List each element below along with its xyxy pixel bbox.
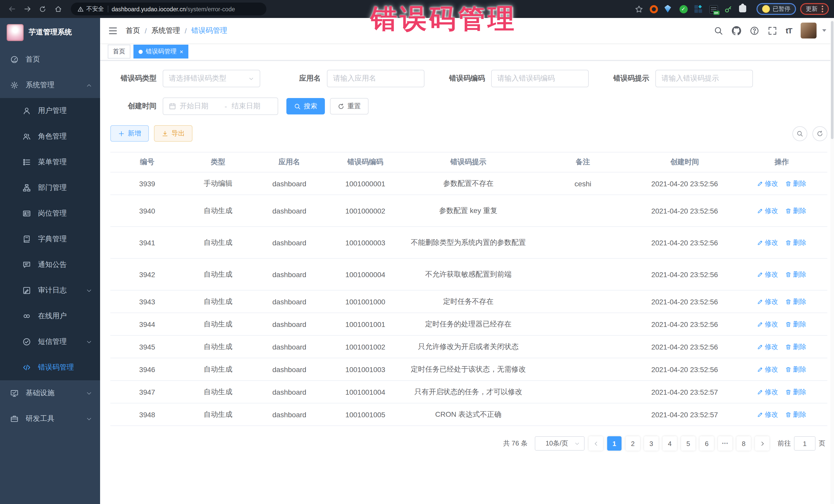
green-check-extension-icon[interactable]: ✓	[679, 5, 687, 13]
browser-reload-icon[interactable]	[36, 2, 49, 16]
add-button[interactable]: 新增	[110, 125, 149, 141]
delete-link[interactable]: 删除	[785, 387, 806, 396]
sidebar-item-user[interactable]: 用户管理	[0, 98, 100, 124]
more-pages-button[interactable]: •••	[718, 436, 732, 451]
goto-page-input[interactable]: 1	[794, 436, 815, 451]
delete-link[interactable]: 删除	[785, 365, 806, 374]
sidebar-toggle-icon[interactable]	[108, 25, 118, 36]
cell-type: 自动生成	[184, 226, 252, 258]
tag-item[interactable]: 首页	[108, 45, 130, 59]
search-button[interactable]: 搜索	[286, 98, 325, 114]
page-button-8[interactable]: 8	[737, 436, 751, 451]
page-scrollbar[interactable]	[830, 18, 834, 504]
page-button-1[interactable]: 1	[607, 436, 621, 451]
page-size-select[interactable]: 10条/页	[535, 436, 585, 451]
browser-profile-chip[interactable]: 已暂停	[756, 3, 796, 15]
sidebar-item-id-card[interactable]: 岗位管理	[0, 201, 100, 226]
blue-gem-extension-icon[interactable]	[664, 5, 673, 13]
sidebar-item-online-users[interactable]: 在线用户	[0, 303, 100, 329]
prev-page-button[interactable]	[589, 436, 603, 451]
sidebar-item-sms[interactable]: 短信管理	[0, 329, 100, 355]
delete-link[interactable]: 删除	[785, 320, 806, 329]
delete-link[interactable]: 删除	[785, 297, 806, 306]
sidebar-item-org-tree[interactable]: 部门管理	[0, 175, 100, 201]
edit-link[interactable]: 修改	[757, 387, 778, 396]
fullscreen-icon[interactable]	[768, 26, 777, 35]
key-extension-icon[interactable]	[724, 5, 732, 13]
cell-memo	[533, 258, 633, 290]
tag-active[interactable]: 错误码管理×	[133, 45, 188, 59]
sidebar-item-gear[interactable]: 系统管理	[0, 72, 100, 98]
toggle-search-button[interactable]	[792, 126, 807, 141]
puzzle-extension-icon[interactable]	[739, 5, 747, 13]
chevron-down-icon[interactable]	[822, 29, 826, 32]
date-range-picker[interactable]: 开始日期 - 结束日期	[163, 97, 278, 115]
font-size-icon[interactable]: tT	[786, 26, 792, 35]
edit-link[interactable]: 修改	[757, 365, 778, 374]
edit-link[interactable]: 修改	[757, 410, 778, 419]
app-input[interactable]: 请输入应用名	[327, 70, 424, 87]
sidebar-item-menu-list[interactable]: 菜单管理	[0, 149, 100, 175]
cell-actions: 修改删除	[736, 335, 827, 358]
delete-link[interactable]: 删除	[785, 206, 806, 215]
bookmark-star-icon[interactable]	[635, 5, 643, 13]
page-button-2[interactable]: 2	[626, 436, 640, 451]
browser-update-button[interactable]: 更新	[800, 3, 829, 15]
tag-close-icon[interactable]: ×	[180, 48, 183, 54]
user-avatar[interactable]	[800, 23, 816, 39]
edit-icon	[757, 366, 763, 372]
page-button-3[interactable]: 3	[644, 436, 658, 451]
grid-extension-icon[interactable]	[694, 5, 702, 13]
breadcrumb-item[interactable]: 首页	[126, 26, 140, 35]
delete-link[interactable]: 删除	[785, 410, 806, 419]
scrollbar-thumb[interactable]	[831, 21, 833, 139]
not-secure-warning[interactable]: 不安全	[78, 5, 104, 13]
page-button-6[interactable]: 6	[700, 436, 714, 451]
sidebar-item-audit-log[interactable]: 审计日志	[0, 278, 100, 303]
orange-ring-extension-icon[interactable]	[650, 5, 658, 13]
delete-link[interactable]: 删除	[785, 179, 806, 188]
edit-link[interactable]: 修改	[757, 297, 778, 306]
delete-link[interactable]: 删除	[785, 342, 806, 351]
github-icon[interactable]	[732, 26, 741, 35]
edit-link[interactable]: 修改	[757, 270, 778, 279]
next-page-button[interactable]	[755, 436, 769, 451]
sidebar-item-dev-tools[interactable]: 研发工具	[0, 406, 100, 432]
reset-button[interactable]: 重置	[330, 98, 369, 114]
sidebar-item-error-code[interactable]: 错误码管理	[0, 355, 100, 380]
delete-link[interactable]: 删除	[785, 238, 806, 247]
cell-type: 自动生成	[184, 258, 252, 290]
browser-forward-icon[interactable]	[21, 2, 34, 16]
code-input[interactable]: 请输入错误码编码	[491, 70, 589, 87]
page-button-4[interactable]: 4	[663, 436, 677, 451]
start-date-placeholder: 开始日期	[180, 102, 220, 111]
type-select[interactable]: 请选择错误码类型	[163, 70, 260, 87]
breadcrumb-item[interactable]: 系统管理	[151, 26, 180, 35]
edit-link[interactable]: 修改	[757, 342, 778, 351]
sidebar-item-users[interactable]: 角色管理	[0, 124, 100, 149]
sidebar-item-dashboard[interactable]: 首页	[0, 47, 100, 72]
refresh-icon	[816, 130, 823, 137]
page-button-5[interactable]: 5	[681, 436, 696, 451]
browser-menu-icon[interactable]	[822, 6, 823, 12]
sidebar-item-announcement[interactable]: 通知公告	[0, 252, 100, 278]
msg-input[interactable]: 请输入错误码提示	[655, 70, 753, 87]
edit-link[interactable]: 修改	[757, 238, 778, 247]
edit-link[interactable]: 修改	[757, 206, 778, 215]
browser-home-icon[interactable]	[51, 2, 65, 16]
adblock-extension-icon[interactable]: on	[709, 5, 717, 13]
search-icon[interactable]	[714, 26, 723, 35]
refresh-table-button[interactable]	[812, 126, 827, 141]
sidebar-item-infrastructure[interactable]: 基础设施	[0, 380, 100, 406]
help-icon[interactable]	[750, 26, 759, 35]
column-header: 类型	[184, 152, 252, 172]
delete-link[interactable]: 删除	[785, 270, 806, 279]
address-bar[interactable]: 不安全 dashboard.yudao.iocoder.cn/system/er…	[71, 3, 266, 15]
sidebar-item-dictionary[interactable]: 字典管理	[0, 226, 100, 252]
edit-link[interactable]: 修改	[757, 320, 778, 329]
export-button[interactable]: 导出	[154, 125, 193, 141]
browser-back-icon[interactable]	[5, 2, 19, 16]
app-logo[interactable]: 芋道管理系统	[0, 18, 100, 47]
edit-link[interactable]: 修改	[757, 179, 778, 188]
url-path: /system/error-code	[186, 6, 235, 12]
